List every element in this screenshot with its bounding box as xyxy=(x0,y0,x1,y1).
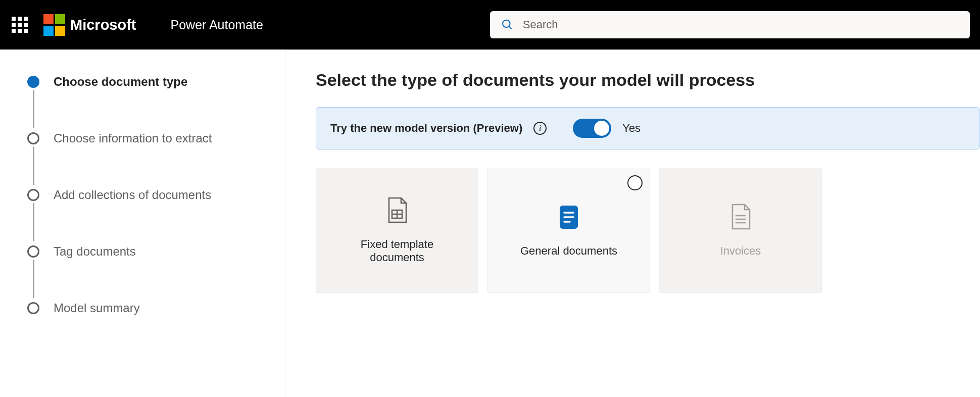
step-tag-documents[interactable]: Tag documents xyxy=(27,244,275,301)
step-add-collections[interactable]: Add collections of documents xyxy=(27,188,275,244)
step-label: Choose document type xyxy=(54,75,187,89)
search-input[interactable] xyxy=(523,18,959,31)
preview-banner: Try the new model version (Preview) i Ye… xyxy=(316,107,980,150)
step-indicator-icon xyxy=(27,245,39,258)
app-header: Microsoft Power Automate xyxy=(0,0,980,49)
app-name: Power Automate xyxy=(171,18,263,32)
document-general-icon xyxy=(557,203,581,231)
preview-toggle[interactable] xyxy=(573,119,611,138)
toggle-state-label: Yes xyxy=(622,122,641,135)
main-area: Choose document type Choose information … xyxy=(0,49,980,397)
card-title: Invoices xyxy=(720,244,761,258)
content-panel: Select the type of documents your model … xyxy=(285,49,980,397)
step-choose-document-type[interactable]: Choose document type xyxy=(27,75,275,131)
microsoft-logo-icon xyxy=(43,14,65,36)
step-indicator-icon xyxy=(27,302,39,314)
card-general-documents[interactable]: General documents xyxy=(487,168,650,293)
card-title: General documents xyxy=(520,244,617,258)
radio-indicator-icon xyxy=(627,175,643,190)
document-type-cards: Fixed template documents General documen… xyxy=(316,168,980,293)
step-indicator-icon xyxy=(27,76,39,88)
microsoft-logo[interactable]: Microsoft xyxy=(43,14,136,36)
document-template-icon xyxy=(385,196,409,225)
page-title: Select the type of documents your model … xyxy=(316,70,980,90)
step-choose-information[interactable]: Choose information to extract xyxy=(27,131,275,188)
microsoft-brand-text: Microsoft xyxy=(70,17,136,33)
step-label: Model summary xyxy=(54,301,140,315)
step-indicator-icon xyxy=(27,189,39,201)
step-label: Tag documents xyxy=(54,244,136,259)
svg-point-0 xyxy=(503,20,510,27)
search-box[interactable] xyxy=(490,11,970,38)
svg-line-1 xyxy=(509,26,511,29)
card-title: Fixed template documents xyxy=(339,238,455,264)
app-launcher-icon[interactable] xyxy=(10,15,29,34)
card-fixed-template[interactable]: Fixed template documents xyxy=(316,168,478,293)
step-label: Add collections of documents xyxy=(54,188,211,202)
document-invoice-icon xyxy=(728,203,753,231)
banner-text: Try the new model version (Preview) xyxy=(330,122,522,135)
step-model-summary[interactable]: Model summary xyxy=(27,301,275,315)
card-invoices[interactable]: Invoices xyxy=(659,168,822,293)
search-icon xyxy=(501,18,514,31)
step-label: Choose information to extract xyxy=(54,131,212,145)
info-icon[interactable]: i xyxy=(533,122,547,135)
wizard-sidebar: Choose document type Choose information … xyxy=(0,49,285,397)
step-indicator-icon xyxy=(27,132,39,144)
